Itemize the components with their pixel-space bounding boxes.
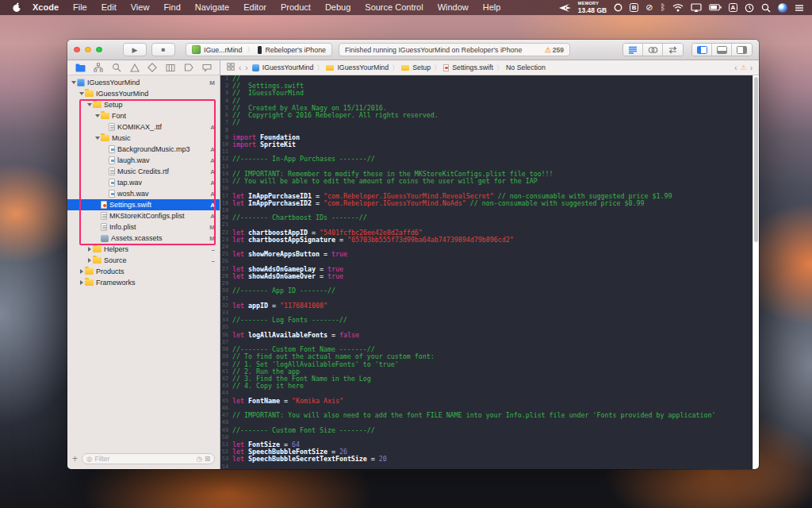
line-number: 45: [220, 398, 232, 405]
editor-scrollbar[interactable]: [753, 75, 759, 469]
find-navigator-tab[interactable]: [111, 62, 122, 73]
test-navigator-tab[interactable]: [147, 62, 158, 73]
back-button[interactable]: ‹: [239, 64, 241, 72]
menu-item-file[interactable]: File: [66, 2, 94, 12]
menu-item-help[interactable]: Help: [476, 2, 508, 12]
wifi-icon[interactable]: [672, 0, 684, 15]
battery-icon[interactable]: [709, 0, 722, 15]
standard-editor-button[interactable]: [623, 44, 643, 56]
next-issue-button[interactable]: ›: [750, 64, 753, 72]
disclosure-triangle[interactable]: [94, 137, 101, 140]
disclosure-triangle[interactable]: [86, 258, 93, 263]
do-not-disturb-icon[interactable]: ⊘: [645, 0, 653, 15]
tree-row-products[interactable]: Products: [67, 266, 220, 277]
disclosure-triangle[interactable]: [94, 114, 101, 117]
plist-icon: [101, 212, 107, 220]
tree-row-source[interactable]: Source–: [67, 255, 220, 266]
bluetooth-icon[interactable]: ᛒ: [660, 0, 665, 15]
zoom-window-button[interactable]: [96, 47, 102, 53]
project-navigator-tab[interactable]: [75, 62, 86, 73]
menu-item-window[interactable]: Window: [431, 2, 476, 12]
disclosure-triangle[interactable]: [78, 269, 85, 274]
run-button[interactable]: ▶: [123, 43, 147, 56]
breadcrumb-item-no-selection[interactable]: No Selection: [506, 64, 546, 71]
bird-icon[interactable]: [559, 0, 571, 15]
menu-item-xcode[interactable]: Xcode: [25, 2, 66, 12]
menu-item-find[interactable]: Find: [156, 2, 187, 12]
menu-item-edit[interactable]: Edit: [94, 2, 124, 12]
version-editor-button[interactable]: [663, 44, 683, 56]
recent-files-icon[interactable]: ◷: [196, 456, 201, 463]
disclosure-triangle[interactable]: [86, 247, 93, 252]
add-file-button[interactable]: +: [72, 454, 78, 464]
filter-field[interactable]: ◎ ◷ ⊠: [82, 453, 215, 464]
breadcrumb-item-iguessyourmind[interactable]: IGuessYourMind: [262, 64, 314, 71]
minimize-window-button[interactable]: [85, 47, 91, 53]
menu-item-product[interactable]: Product: [274, 2, 318, 12]
tree-row-tap-wav[interactable]: tap.wavA: [67, 177, 220, 188]
line-number: 46: [220, 405, 232, 412]
stop-button[interactable]: ■: [151, 43, 175, 56]
tree-row-wosh-wav[interactable]: wosh.wavA: [67, 188, 220, 199]
assistant-editor-button[interactable]: [643, 44, 663, 56]
disclosure-triangle[interactable]: [78, 280, 85, 285]
device-name: Rebeloper's iPhone: [265, 46, 326, 54]
tree-row-iguessyourmind[interactable]: IGuessYourMindM: [67, 77, 220, 88]
tree-row-iguessyourmind[interactable]: IGuessYourMind: [67, 88, 220, 99]
search-icon[interactable]: [761, 0, 771, 15]
warning-count-badge[interactable]: ⚠ 259: [545, 46, 564, 54]
close-window-button[interactable]: [74, 47, 80, 53]
menu-item-source-control[interactable]: Source Control: [358, 2, 430, 12]
toggle-debug-area-button[interactable]: [712, 44, 732, 56]
menu-item-view[interactable]: View: [124, 2, 157, 12]
code-editor-area[interactable]: 1//2// Settings.swift3// IGuessYourMind4…: [220, 75, 759, 469]
tree-row-music[interactable]: Music: [67, 133, 220, 144]
tree-row-info-plist[interactable]: Info.plistM: [67, 221, 220, 233]
tree-row-font[interactable]: Font: [67, 110, 220, 121]
disclosure-triangle[interactable]: [70, 81, 77, 84]
disclosure-triangle[interactable]: [86, 103, 93, 106]
previous-issue-button[interactable]: ‹: [734, 64, 737, 72]
source-control-status-icon[interactable]: ⊠: [205, 456, 210, 463]
tree-row-music-credits-rtf[interactable]: Music Credits.rtfA: [67, 166, 220, 177]
breadcrumb-item-iguessyourmind[interactable]: IGuessYourMind: [337, 64, 389, 71]
tree-row-mkstorekitconfigs-plist[interactable]: MKStoreKitConfigs.plistA: [67, 210, 220, 221]
forward-button[interactable]: ›: [245, 64, 247, 72]
toggle-navigator-button[interactable]: [692, 44, 712, 56]
apple-menu-icon[interactable]: [8, 2, 25, 13]
debug-navigator-tab[interactable]: [165, 62, 176, 73]
clock-icon[interactable]: [745, 0, 754, 15]
scrollbar-thumb[interactable]: [754, 77, 758, 242]
disclosure-triangle[interactable]: [78, 92, 85, 95]
airplay-display-icon[interactable]: [691, 0, 702, 15]
tree-row-komikax-ttf[interactable]: KOMIKAX_.ttfA: [67, 121, 220, 133]
related-items-icon[interactable]: [227, 63, 235, 72]
report-navigator-tab[interactable]: [201, 62, 213, 73]
menu-item-navigate[interactable]: Navigate: [188, 2, 236, 12]
tree-row-setup[interactable]: Setup: [67, 99, 220, 110]
notification-center-icon[interactable]: [795, 0, 804, 15]
issue-navigator-tab[interactable]: [129, 62, 140, 73]
b-app-icon[interactable]: B: [630, 3, 638, 12]
toggle-utilities-button[interactable]: [732, 44, 752, 56]
issue-warning-icon[interactable]: ⚠: [741, 64, 747, 71]
siri-icon[interactable]: [778, 3, 787, 13]
tree-row-backgroundmusic-mp3[interactable]: BackgroundMusic.mp3A: [67, 144, 220, 155]
tree-row-laugh-wav[interactable]: laugh.wavA: [67, 155, 220, 166]
tree-row-assets-xcassets[interactable]: Assets.xcassetsM: [67, 233, 220, 244]
tree-row-settings-swift[interactable]: Settings.swiftA: [67, 199, 220, 210]
memory-status[interactable]: MEMORY 13.48 GB: [578, 2, 607, 13]
menu-item-editor[interactable]: Editor: [236, 2, 274, 12]
scheme-selector[interactable]: IGue...rMind 〉 Rebeloper's iPhone: [186, 43, 332, 56]
breadcrumb-item-settings-swift[interactable]: Settings.swift: [452, 64, 493, 71]
tree-row-helpers[interactable]: Helpers–: [67, 244, 220, 255]
menu-item-debug[interactable]: Debug: [318, 2, 358, 12]
breadcrumb-item-setup[interactable]: Setup: [412, 64, 431, 71]
line-number: 47: [220, 412, 232, 419]
a-app-icon[interactable]: A: [729, 3, 737, 12]
breakpoint-navigator-tab[interactable]: [183, 62, 194, 73]
tree-row-frameworks[interactable]: Frameworks: [67, 277, 220, 288]
circle-icon[interactable]: [614, 0, 622, 15]
symbol-navigator-tab[interactable]: [93, 62, 104, 73]
filter-input[interactable]: [94, 455, 193, 463]
